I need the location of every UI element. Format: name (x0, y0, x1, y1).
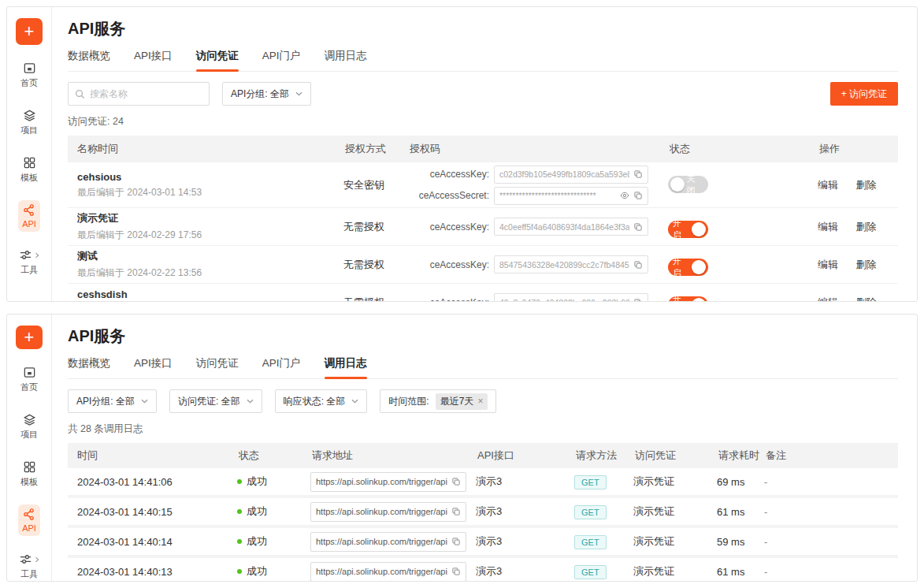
sidebar-item-tools[interactable]: 工具 (15, 245, 44, 279)
credential-select[interactable]: 访问凭证: 全部 (169, 389, 262, 413)
note: - (764, 506, 898, 518)
delete-link[interactable]: 删除 (855, 221, 876, 233)
edit-link[interactable]: 编辑 (818, 221, 838, 233)
tab-api-portal[interactable]: API门户 (262, 356, 301, 378)
tab-api-interface[interactable]: API接口 (134, 356, 173, 378)
method-badge: GET (574, 535, 607, 549)
copy-icon[interactable] (633, 169, 643, 179)
col-name-time: 名称时间 (68, 142, 343, 156)
sidebar-item-api[interactable]: API (18, 504, 40, 536)
copy-icon[interactable] (451, 507, 461, 516)
sidebar-item-tools[interactable]: 工具 (15, 549, 44, 582)
grid-icon (23, 460, 36, 474)
response-status-select[interactable]: 响应状态: 全部 (275, 389, 368, 413)
duration: 61 ms (717, 506, 764, 518)
copy-icon[interactable] (633, 298, 643, 302)
time-range-filter[interactable]: 时间范围: 最近7天 × (380, 389, 496, 413)
tab-call-logs[interactable]: 调用日志 (325, 49, 367, 71)
status-toggle[interactable]: 开启 (668, 221, 708, 238)
time-range-label: 时间范围: (388, 395, 429, 408)
sidebar-item-label: 工具 (20, 264, 38, 276)
col-status: 状态 (668, 142, 818, 156)
add-credential-button[interactable]: + 访问凭证 (830, 82, 898, 106)
auth-mode: 无需授权 (343, 258, 408, 272)
col-auth-mode: 授权方式 (343, 142, 408, 156)
chevron-down-icon (351, 399, 358, 404)
tab-data-overview[interactable]: 数据概览 (68, 49, 110, 71)
tab-call-logs[interactable]: 调用日志 (325, 356, 367, 378)
eye-icon[interactable] (620, 191, 629, 200)
call-logs-panel: + 首页 项目 模板 API 工具 (6, 314, 918, 582)
copy-icon[interactable] (633, 191, 643, 200)
sidebar-item-projects[interactable]: 项目 (17, 106, 42, 140)
edit-link[interactable]: 编辑 (818, 179, 838, 191)
close-icon[interactable]: × (477, 396, 483, 407)
api-group-select[interactable]: API分组: 全部 (68, 389, 157, 413)
logs-count: 共 28 条调用日志 (68, 422, 898, 436)
table-row: 2024-03-01 14:41:06 成功 https://api.solin… (68, 468, 898, 498)
copy-icon[interactable] (451, 567, 461, 576)
call-logs-table: 时间 状态 请求地址 API接口 请求方法 访问凭证 请求耗时 备注 2024-… (68, 443, 898, 581)
delete-link[interactable]: 删除 (855, 259, 876, 270)
name-cell: cehsious 最后编辑于 2024-03-01 14:53 (68, 171, 343, 199)
tab-access-credentials[interactable]: 访问凭证 (196, 49, 239, 71)
key-label: ceAccessKey: (408, 169, 489, 180)
name-cell: 测试 最后编辑于 2024-02-22 13:56 (68, 249, 343, 280)
copy-icon[interactable] (633, 222, 643, 232)
request-url-value: https://api.solinkup.com/trigger/apimana… (316, 507, 447, 516)
sidebar-item-api[interactable]: API (18, 200, 40, 232)
create-button[interactable]: + (16, 18, 43, 45)
request-url-value: https://api.solinkup.com/trigger/apimana… (316, 477, 447, 486)
copy-icon[interactable] (633, 260, 643, 270)
log-status: 成功 (237, 504, 310, 519)
tab-access-credentials[interactable]: 访问凭证 (196, 356, 239, 378)
auth-code-cell: ceAccessKey: 85475436328e420899cc2c7fb48… (408, 255, 668, 274)
edit-link[interactable]: 编辑 (818, 296, 838, 301)
auth-code-cell: ceAccessKey: 4c0eeff5f4a6408693f4da1864e… (408, 218, 668, 236)
api-interface: 演示3 (476, 534, 574, 549)
delete-link[interactable]: 删除 (855, 179, 876, 191)
duration: 59 ms (717, 536, 764, 548)
copy-icon[interactable] (451, 537, 461, 546)
api-group-select-value: API分组: 全部 (231, 87, 289, 101)
access-key-value: 4c0eeff5f4a6408693f4da1864e3f3a0 (499, 222, 629, 232)
status-toggle[interactable]: 开启 (668, 259, 708, 276)
search-input[interactable] (90, 88, 202, 99)
col-credential: 访问凭证 (633, 448, 717, 463)
edit-link[interactable]: 编辑 (818, 259, 838, 270)
sidebar-item-templates[interactable]: 模板 (17, 457, 42, 491)
sidebar-item-projects[interactable]: 项目 (17, 410, 42, 444)
time-range-tag: 最近7天 × (436, 393, 488, 410)
status-cell: 开启 (668, 253, 818, 276)
chevron-down-icon (247, 399, 254, 404)
search-icon (75, 89, 85, 99)
api-group-select[interactable]: API分组: 全部 (222, 82, 311, 106)
success-dot-icon (237, 479, 242, 484)
access-key-field: 85475436328e420899cc2c7fb4845b27 (494, 255, 648, 274)
sidebar-item-home[interactable]: 首页 (17, 58, 42, 92)
tab-api-portal[interactable]: API门户 (262, 49, 301, 71)
sidebar-item-templates[interactable]: 模板 (17, 153, 42, 187)
copy-icon[interactable] (451, 477, 461, 486)
status-toggle[interactable]: 开启 (668, 296, 708, 301)
grid-icon (23, 156, 36, 169)
success-dot-icon (237, 569, 242, 574)
status-cell: 开启 (668, 291, 818, 301)
delete-link[interactable]: 删除 (855, 296, 876, 301)
status-toggle[interactable]: 关闭 (668, 176, 708, 193)
sidebar-item-home[interactable]: 首页 (17, 363, 42, 396)
toggle-label: 开启 (670, 255, 692, 279)
auth-code-cell: ceAccessKey: 49a8c0479a404302be68fbe293b… (408, 293, 668, 301)
col-method: 请求方法 (574, 448, 633, 463)
sidebar-item-label: 工具 (20, 568, 38, 580)
credentials-table: 名称时间 授权方式 授权码 状态 操作 cehsious 最后编辑于 2024-… (68, 136, 898, 301)
tab-api-interface[interactable]: API接口 (134, 49, 173, 71)
create-button[interactable]: + (16, 326, 43, 349)
table-row: 2024-03-01 14:40:13 成功 https://api.solin… (68, 558, 898, 581)
tab-data-overview[interactable]: 数据概览 (68, 356, 110, 378)
request-url-field: https://api.solinkup.com/trigger/apimana… (310, 502, 466, 522)
method-cell: GET (574, 504, 633, 519)
table-row: 演示凭证 最后编辑于 2024-02-29 17:56 无需授权 ceAcces… (68, 208, 898, 246)
auth-mode: 安全密钥 (343, 178, 408, 192)
sidebar: + 首页 项目 模板 API 工具 (7, 7, 52, 301)
